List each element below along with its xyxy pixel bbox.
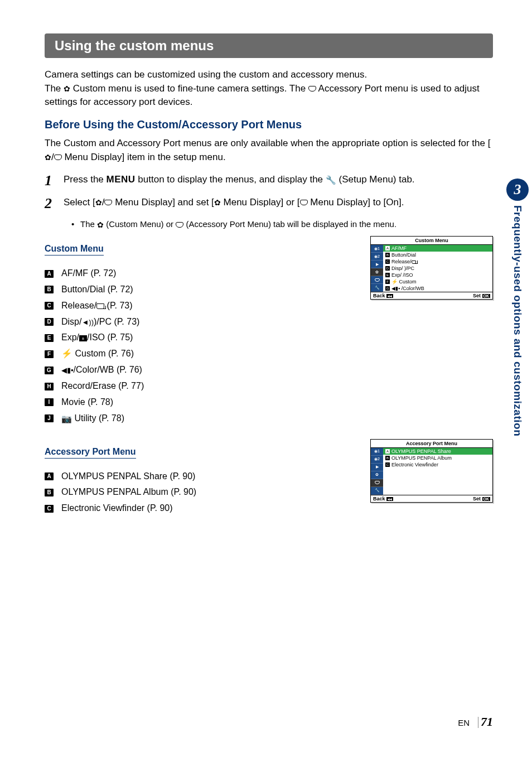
- step-text: Select [✿/ Menu Display] and set [✿ Menu…: [64, 196, 493, 212]
- ok-key-icon: OK: [482, 497, 491, 501]
- lbl-b: )/PC (P. 73): [94, 317, 139, 326]
- step2-c: Menu Display] or [: [221, 197, 300, 208]
- intro-line1: Camera settings can be customized using …: [45, 69, 367, 80]
- accessory-menu-title: Accessory Port Menu: [45, 447, 136, 459]
- camera-icon: 📷: [61, 414, 72, 423]
- list-item: AAF/MF (P. 72): [45, 266, 354, 282]
- list-item: BButton/Dial (P. 72): [45, 282, 354, 298]
- page-heading: Using the custom menus: [45, 33, 493, 58]
- screen-row: [383, 488, 492, 495]
- tab-icon: ✿: [371, 268, 383, 276]
- screen-footer: Back ◂◂ Set OK: [371, 495, 492, 502]
- back-label: Back ◂◂: [373, 496, 393, 502]
- step1-a: Press the: [64, 174, 107, 185]
- before-text: The Custom and Accessory Port menus are …: [45, 137, 493, 164]
- flash-icon: ⚡: [61, 349, 72, 359]
- row-label: Release/: [391, 259, 416, 264]
- tag-icon: B: [45, 286, 54, 293]
- row-tag-icon: A: [385, 449, 390, 454]
- tag-icon: D: [45, 318, 54, 326]
- step2-a: Select [: [64, 197, 95, 208]
- row-tag-icon: F: [385, 279, 390, 284]
- screen-row: G◀▮▪ /Color/WB: [383, 285, 492, 292]
- tag-icon: C: [45, 302, 54, 310]
- tag-icon: J: [45, 414, 54, 422]
- r2: Release/: [391, 259, 412, 264]
- tab-icon: ◉2: [371, 253, 383, 261]
- item-label: ⚡ Custom (P. 76): [61, 346, 134, 362]
- item-label: Movie (P. 78): [61, 394, 113, 411]
- tab-icon: [371, 276, 383, 284]
- list-item: BOLYMPUS PENPAL Album (P. 90): [45, 484, 354, 500]
- screen-row: BButton/Dial: [383, 252, 492, 258]
- chapter-side-tab: 3 Frequently-used options and customizat…: [503, 179, 532, 502]
- r6: /Color/WB: [400, 286, 424, 291]
- page-footer: EN 71: [458, 715, 493, 729]
- intro-paragraph: Camera settings can be customized using …: [45, 68, 493, 109]
- accessory-port-icon: [104, 200, 112, 205]
- row-label: Disp/ )/PC: [391, 266, 414, 271]
- gear-icon: ✿: [214, 197, 221, 208]
- item-label: AF/MF (P. 72): [61, 266, 116, 282]
- tag-icon: H: [45, 383, 54, 390]
- list-item: EExp/±/ISO (P. 75): [45, 330, 354, 346]
- screen-row: AOLYMPUS PENPAL Share: [383, 448, 492, 455]
- custom-menu-title: Custom Menu: [45, 244, 104, 255]
- screen-row: BOLYMPUS PENPAL Album: [383, 455, 492, 461]
- chapter-number-badge: 3: [506, 179, 529, 201]
- row-label: OLYMPUS PENPAL Album: [391, 455, 452, 461]
- screen-tab-strip: ◉1 ◉2 ▶ ✿ 🔧: [371, 245, 383, 292]
- step-number: 2: [45, 196, 64, 212]
- before-subheading: Before Using the Custom/Accessory Port M…: [45, 118, 493, 131]
- item-label: Electronic Viewfinder (P. 90): [61, 500, 173, 517]
- set-label: Set OK: [473, 496, 490, 502]
- tag-icon: E: [45, 334, 54, 342]
- item-label: OLYMPUS PENPAL Share (P. 90): [61, 469, 195, 485]
- step2-sub-bullet: • The ✿ (Custom Menu) or (Accessory Port…: [71, 218, 493, 230]
- sub-a: The: [80, 219, 97, 229]
- item-label: Release/ (P. 73): [61, 298, 133, 314]
- back-key-icon: ◂◂: [386, 497, 393, 501]
- lang-label: EN: [458, 718, 470, 727]
- screen-row: EExp/ /ISO: [383, 272, 492, 278]
- tag-icon: I: [45, 398, 54, 406]
- row-tag-icon: G: [385, 286, 390, 291]
- row-label: ◀▮▪ /Color/WB: [391, 286, 424, 291]
- step2-d: Menu Display] to [On].: [308, 197, 404, 208]
- back-key-icon: ◂◂: [386, 294, 393, 298]
- camera-screen-custom: Custom Menu ◉1 ◉2 ▶ ✿ 🔧 AAF/MF BButton/D…: [370, 236, 493, 300]
- accessory-menu-list: AOLYMPUS PENPAL Share (P. 90) BOLYMPUS P…: [45, 469, 354, 517]
- item-label: Disp/◄)))/PC (P. 73): [61, 314, 139, 330]
- tab-icon: ▶: [371, 261, 383, 268]
- step2-b: Menu Display] and set [: [112, 197, 214, 208]
- row-label: Button/Dial: [391, 252, 416, 258]
- lbl-b: /ISO (P. 75): [87, 332, 133, 342]
- step1-b: button to display the menus, and display…: [136, 174, 326, 185]
- screen-items: AAF/MF BButton/Dial CRelease/ DDisp/ )/P…: [383, 245, 492, 292]
- r5: Custom: [398, 279, 417, 285]
- before-text-a: The Custom and Accessory Port menus are …: [45, 138, 490, 148]
- item-label: Exp/±/ISO (P. 75): [61, 330, 133, 346]
- r4: Exp/ /ISO: [391, 272, 413, 278]
- row-tag-icon: A: [385, 246, 390, 250]
- intro-line2b: Custom menu is used to fine-tune camera …: [70, 83, 308, 94]
- meter-icon: ±: [79, 335, 87, 341]
- lbl-a: Exp/: [61, 332, 79, 342]
- tab-icon: ◉1: [371, 448, 383, 456]
- page-number: 71: [481, 715, 493, 729]
- item-label: Button/Dial (P. 72): [61, 282, 133, 298]
- screen-title: Custom Menu: [371, 237, 492, 245]
- gear-icon: ✿: [45, 152, 51, 163]
- tag-icon: A: [45, 270, 54, 278]
- lbl-a: Custom (P. 76): [72, 349, 134, 358]
- accessory-port-icon: [54, 155, 62, 160]
- sound-icon: ◄)): [81, 318, 94, 326]
- item-label: ◀▮▪/Color/WB (P. 76): [61, 362, 142, 378]
- list-item: J📷 Utility (P. 78): [45, 411, 354, 427]
- row-tag-icon: C: [385, 462, 390, 467]
- before-text-b: Menu Display] item in the setup menu.: [62, 152, 226, 162]
- tag-icon: A: [45, 472, 54, 480]
- step1-c: (Setup Menu) tab.: [336, 174, 415, 185]
- screen-items: AOLYMPUS PENPAL Share BOLYMPUS PENPAL Al…: [383, 448, 492, 495]
- list-item: AOLYMPUS PENPAL Share (P. 90): [45, 469, 354, 485]
